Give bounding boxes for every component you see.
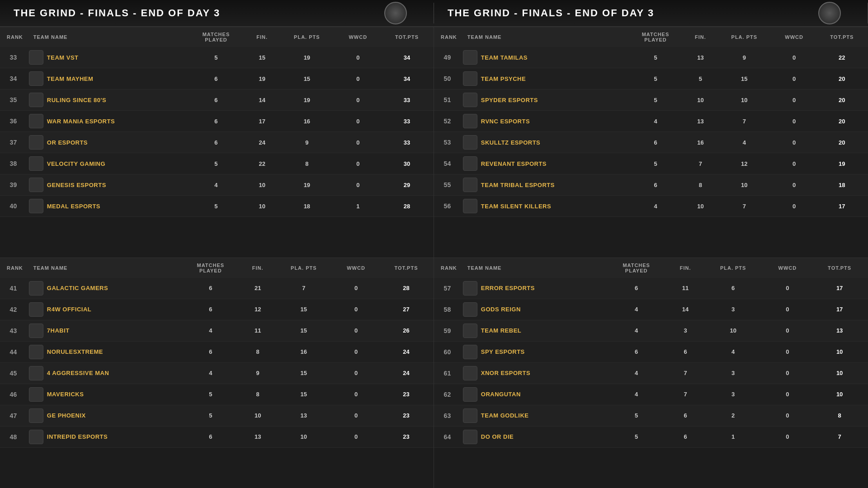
tot-cell: 28 — [380, 196, 434, 217]
mp-cell: 6 — [180, 341, 241, 362]
pts-cell: 19 — [278, 174, 336, 196]
table-row: 50TEAM PSYCHE5515020 — [434, 68, 868, 89]
tot-header: TOT.PTS — [816, 27, 868, 47]
fin-cell: 6 — [668, 426, 702, 447]
team-name-cell: 4 AGGRESSIVE MAN — [27, 362, 180, 384]
wwcd-cell: 0 — [773, 111, 816, 132]
rank-header: RANK — [0, 258, 27, 278]
team-logo — [29, 387, 43, 402]
team-logo — [29, 324, 43, 338]
fin-cell: 6 — [668, 405, 702, 426]
team-name-cell: ORANGUTAN — [461, 384, 604, 405]
table-row: 454 AGGRESSIVE MAN4915024 — [0, 362, 434, 384]
tot-cell: 10 — [811, 341, 868, 362]
pts-cell: 16 — [274, 341, 333, 362]
fin-cell: 11 — [668, 278, 702, 299]
team-name-text: 4 AGGRESSIVE MAN — [47, 370, 109, 376]
table-row: 52RVNC ESPORTS4137020 — [434, 111, 868, 132]
tot-cell: 33 — [380, 89, 434, 111]
team-name-text: TEAM TRIBAL ESPORTS — [481, 182, 555, 188]
table-row: 59TEAM REBEL4310013 — [434, 320, 868, 341]
table-row: 56TEAM SILENT KILLERS4107017 — [434, 196, 868, 217]
tot-cell: 34 — [380, 47, 434, 68]
team-name-cell: TEAM VST — [27, 47, 186, 68]
mp-cell: 5 — [180, 384, 241, 405]
rank-cell: 38 — [0, 153, 27, 174]
rank-cell: 43 — [0, 320, 27, 341]
tot-header: TOT.PTS — [379, 258, 434, 278]
team-name-text: SKULLTZ ESPORTS — [481, 139, 540, 146]
team-logo — [29, 50, 43, 65]
team-name-cell: DO OR DIE — [461, 426, 604, 447]
pts-cell: 15 — [716, 68, 773, 89]
team-logo — [463, 345, 477, 359]
mp-cell: 5 — [626, 68, 685, 89]
team-name-cell: 7HABIT — [27, 320, 180, 341]
table-row: 54REVENANT ESPORTS5712019 — [434, 153, 868, 174]
pts-cell: 15 — [274, 299, 333, 320]
pts-cell: 19 — [278, 47, 336, 68]
table-row: 57ERROR ESPORTS6116017 — [434, 278, 868, 299]
team-logo — [463, 156, 477, 171]
team-name-text: GE PHOENIX — [47, 412, 86, 419]
team-name-cell: INTREPID ESPORTS — [27, 426, 180, 447]
rank-cell: 50 — [434, 68, 461, 89]
rank-cell: 61 — [434, 362, 461, 384]
pts-cell: 15 — [274, 320, 333, 341]
fin-cell: 8 — [685, 174, 716, 196]
wwcd-cell: 0 — [333, 426, 379, 447]
right-header: THE GRIND - FINALS - END OF DAY 3 — [434, 0, 868, 26]
table-row: 437HABIT41115026 — [0, 320, 434, 341]
wwcd-cell: 0 — [773, 174, 816, 196]
wwcd-cell: 0 — [333, 299, 379, 320]
pts-cell: 8 — [278, 153, 336, 174]
team-logo — [463, 178, 477, 192]
rank-header: RANK — [0, 27, 27, 47]
rank-cell: 39 — [0, 174, 27, 196]
team-logo — [463, 114, 477, 128]
table-row: 53SKULLTZ ESPORTS6164020 — [434, 132, 868, 153]
fin-cell: 24 — [246, 132, 278, 153]
team-logo — [29, 408, 43, 423]
mp-cell: 6 — [186, 111, 246, 132]
table-row: 33TEAM VST51519034 — [0, 47, 434, 68]
team-logo — [463, 93, 477, 107]
team-name-text: TEAM TAMILAS — [481, 54, 528, 61]
table-row: 47GE PHOENIX51013023 — [0, 405, 434, 426]
tot-cell: 33 — [380, 132, 434, 153]
table-row: 62ORANGUTAN473010 — [434, 384, 868, 405]
rank-cell: 46 — [0, 384, 27, 405]
pts-cell: 3 — [703, 362, 764, 384]
pts-cell: 15 — [274, 384, 333, 405]
wwcd-cell: 0 — [333, 362, 379, 384]
wwcd-cell: 0 — [764, 341, 811, 362]
mp-cell: 6 — [186, 89, 246, 111]
fin-cell: 8 — [241, 384, 274, 405]
tot-cell: 19 — [816, 153, 868, 174]
mp-cell: 4 — [186, 174, 246, 196]
mp-cell: 5 — [604, 426, 668, 447]
mp-cell: 4 — [604, 320, 668, 341]
team-name-text: SPYDER ESPORTS — [481, 97, 538, 103]
team-logo — [463, 366, 477, 380]
mp-cell: 6 — [180, 278, 241, 299]
pts-cell: 15 — [278, 68, 336, 89]
pts-cell: 12 — [716, 153, 773, 174]
pts-header: PLA. PTS — [278, 27, 336, 47]
team-name-text: GENESIS ESPORTS — [47, 182, 106, 188]
mp-cell: 4 — [604, 362, 668, 384]
fin-header: FIN. — [668, 258, 702, 278]
tot-cell: 30 — [380, 153, 434, 174]
fin-cell: 10 — [685, 196, 716, 217]
wwcd-header: WWCD — [333, 258, 379, 278]
wwcd-cell: 0 — [773, 196, 816, 217]
team-name-text: SPY ESPORTS — [481, 348, 525, 355]
team-name-cell: TEAM TRIBAL ESPORTS — [461, 174, 626, 196]
rank-cell: 37 — [0, 132, 27, 153]
table-row: 64DO OR DIE56107 — [434, 426, 868, 447]
tot-cell: 10 — [811, 362, 868, 384]
mp-cell: 6 — [626, 132, 685, 153]
team-logo — [29, 430, 43, 444]
mp-cell: 6 — [186, 68, 246, 89]
wwcd-cell: 0 — [333, 341, 379, 362]
